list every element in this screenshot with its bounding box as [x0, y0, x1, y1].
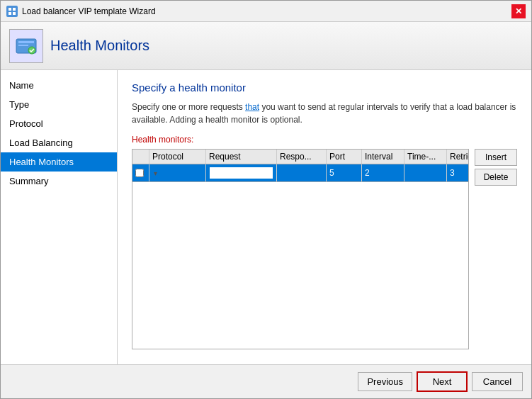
wizard-window: Load balancer VIP template Wizard ✕ Heal… — [0, 0, 532, 399]
protocol-dropdown-arrow[interactable]: ▾ — [154, 169, 157, 177]
cell-response — [277, 164, 327, 181]
sidebar-item-name[interactable]: Name — [1, 76, 117, 95]
window-title: Load balancer VIP template Wizard — [22, 6, 156, 16]
section-title: Specify a health monitor — [132, 82, 517, 94]
col-interval: Interval — [362, 150, 404, 164]
request-input[interactable] — [209, 167, 273, 179]
insert-button[interactable]: Insert — [475, 149, 517, 166]
title-bar: Load balancer VIP template Wizard ✕ — [1, 1, 531, 22]
cell-checkbox — [132, 164, 149, 181]
svg-rect-3 — [13, 12, 16, 15]
svg-rect-0 — [9, 8, 11, 11]
cell-protocol: ▾ — [149, 164, 206, 181]
sidebar-item-health-monitors[interactable]: Health Monitors — [1, 152, 117, 172]
table-body: ▾ 5 2 3 — [132, 164, 468, 349]
sidebar-item-load-balancing[interactable]: Load Balancing — [1, 133, 117, 152]
cell-retries: 3 — [447, 164, 469, 181]
col-retries: Retries — [447, 150, 469, 164]
next-button[interactable]: Next — [417, 371, 468, 392]
svg-rect-5 — [18, 41, 34, 43]
table-row[interactable]: ▾ 5 2 3 — [132, 164, 468, 182]
cell-port: 5 — [327, 164, 362, 181]
col-port: Port — [327, 150, 362, 164]
col-timeout: Time-... — [404, 150, 447, 164]
cell-request[interactable] — [206, 164, 277, 181]
content-area: Specify a health monitor Specify one or … — [118, 70, 531, 364]
delete-button[interactable]: Delete — [475, 169, 517, 186]
header-icon — [9, 29, 43, 63]
col-response: Respo... — [277, 150, 327, 164]
monitors-label: Health monitors: — [132, 135, 517, 145]
title-bar-left: Load balancer VIP template Wizard — [6, 6, 156, 17]
svg-rect-6 — [18, 45, 28, 46]
sidebar-item-summary[interactable]: Summary — [1, 172, 117, 191]
header-banner: Health Monitors — [1, 22, 531, 70]
main-content: Name Type Protocol Load Balancing Health… — [1, 70, 531, 364]
cancel-button[interactable]: Cancel — [472, 372, 523, 391]
window-icon — [6, 6, 18, 17]
description-link[interactable]: that — [245, 102, 259, 112]
cell-interval: 2 — [362, 164, 404, 181]
footer: Previous Next Cancel — [1, 364, 531, 398]
close-button[interactable]: ✕ — [511, 4, 526, 18]
description-text: Specify one or more requests that you wa… — [132, 101, 517, 126]
monitors-container: Protocol Request Respo... Port Interval … — [132, 149, 517, 349]
svg-rect-2 — [9, 12, 11, 15]
col-checkbox — [132, 150, 149, 164]
svg-rect-1 — [13, 8, 16, 11]
sidebar: Name Type Protocol Load Balancing Health… — [1, 70, 118, 364]
sidebar-item-protocol[interactable]: Protocol — [1, 114, 117, 133]
table-header: Protocol Request Respo... Port Interval … — [132, 150, 468, 164]
col-protocol: Protocol — [149, 150, 206, 164]
row-checkbox[interactable] — [135, 169, 144, 177]
sidebar-item-type[interactable]: Type — [1, 95, 117, 114]
cell-timeout — [404, 164, 447, 181]
col-request: Request — [206, 150, 277, 164]
header-title: Health Monitors — [50, 38, 149, 54]
previous-button[interactable]: Previous — [358, 372, 412, 391]
side-buttons: Insert Delete — [475, 149, 517, 186]
health-monitors-table: Protocol Request Respo... Port Interval … — [132, 149, 469, 349]
